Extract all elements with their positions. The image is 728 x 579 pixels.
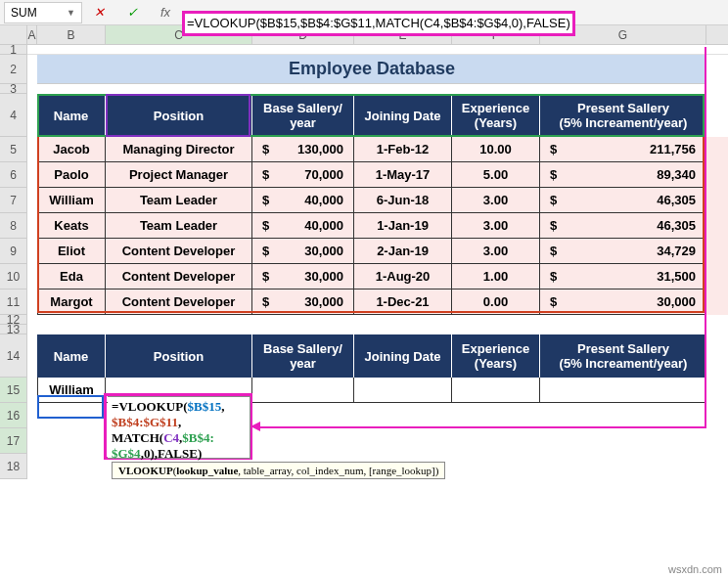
- cell-joining[interactable]: 1-Jan-19: [354, 213, 452, 239]
- cell-joining[interactable]: 1-May-17: [354, 162, 452, 188]
- cell-base[interactable]: $130,000: [252, 137, 354, 162]
- cell-base[interactable]: $30,000: [252, 264, 354, 290]
- row-header-8[interactable]: 8: [0, 213, 27, 239]
- cell-position[interactable]: Content Developer: [106, 264, 252, 290]
- confirm-icon[interactable]: ✓: [121, 2, 143, 23]
- cell-present[interactable]: $34,729: [540, 239, 706, 264]
- cell-position[interactable]: Content Developer: [106, 290, 252, 315]
- th-base: Base Sallery/ year: [252, 94, 354, 137]
- cell-joining[interactable]: 1-Feb-12: [354, 137, 452, 162]
- cancel-icon[interactable]: ✕: [88, 2, 110, 23]
- row-header-17[interactable]: 17: [0, 428, 27, 454]
- cell-present[interactable]: $30,000: [540, 290, 706, 315]
- cell-base[interactable]: $40,000: [252, 188, 354, 213]
- row-header-7[interactable]: 7: [0, 188, 27, 213]
- page-title: Employee Database: [37, 55, 706, 84]
- cell-base[interactable]: $30,000: [252, 239, 354, 264]
- col-header-a[interactable]: A: [27, 25, 37, 44]
- th-present: Present Sallery (5% Increament/year): [540, 94, 706, 137]
- table-row: Margot Content Developer $30,000 1-Dec-2…: [37, 290, 728, 315]
- cell-position[interactable]: Managing Director: [106, 137, 252, 162]
- row-header-15[interactable]: 15: [0, 378, 27, 403]
- th2-name: Name: [37, 334, 106, 378]
- cell-present[interactable]: $46,305: [540, 213, 706, 239]
- formula-bar[interactable]: =VLOOKUP($B$15,$B$4:$G$11,MATCH(C4,$B$4:…: [182, 11, 575, 36]
- cell-base[interactable]: $40,000: [252, 213, 354, 239]
- cell-name[interactable]: Eliot: [37, 239, 106, 264]
- cell-name[interactable]: Margot: [37, 290, 106, 315]
- col-header-b[interactable]: B: [37, 25, 106, 44]
- table-row: Jacob Managing Director $130,000 1-Feb-1…: [37, 137, 728, 162]
- cell-exp[interactable]: 3.00: [452, 239, 540, 264]
- row-header-14[interactable]: 14: [0, 334, 27, 378]
- cell-present[interactable]: $211,756: [540, 137, 706, 162]
- callout-line-v: [705, 47, 706, 428]
- cell-name[interactable]: Keats: [37, 213, 106, 239]
- cell-joining[interactable]: 2-Jan-19: [354, 239, 452, 264]
- row-header-9[interactable]: 9: [0, 239, 27, 264]
- cell-exp[interactable]: 10.00: [452, 137, 540, 162]
- cell-name[interactable]: William: [37, 188, 106, 213]
- callout-arrow: [254, 426, 706, 428]
- row-header-5[interactable]: 5: [0, 137, 27, 162]
- cell-exp[interactable]: 1.00: [452, 264, 540, 290]
- lookup-joining-cell[interactable]: [354, 378, 452, 403]
- row-header-4[interactable]: 4: [0, 94, 27, 137]
- th-exp: Experience (Years): [452, 94, 540, 137]
- cell-exp[interactable]: 3.00: [452, 188, 540, 213]
- cell-joining[interactable]: 1-Aug-20: [354, 264, 452, 290]
- table-row: William Team Leader $40,000 6-Jun-18 3.0…: [37, 188, 728, 213]
- watermark: wsxdn.com: [668, 563, 722, 575]
- formula-text: =VLOOKUP($B$15,$B$4:$G$11,MATCH(C4,$B$4:…: [187, 16, 570, 30]
- cell-exp[interactable]: 3.00: [452, 213, 540, 239]
- th2-present: Present Sallery (5% Increament/year): [540, 334, 706, 378]
- table-row: Eda Content Developer $30,000 1-Aug-20 1…: [37, 264, 728, 290]
- cell-name[interactable]: Paolo: [37, 162, 106, 188]
- formula-input-overlay[interactable]: =VLOOKUP($B$15, $B$4:$G$11, MATCH(C4,$B$…: [108, 396, 250, 459]
- th2-joining: Joining Date: [354, 334, 452, 378]
- lookup-base-cell[interactable]: [252, 378, 354, 403]
- th2-position: Position: [106, 334, 252, 378]
- cell-joining[interactable]: 6-Jun-18: [354, 188, 452, 213]
- table-row: Keats Team Leader $40,000 1-Jan-19 3.00 …: [37, 213, 728, 239]
- row-header-6[interactable]: 6: [0, 162, 27, 188]
- table-row: Eliot Content Developer $30,000 2-Jan-19…: [37, 239, 728, 264]
- function-tooltip: VLOOKUP(lookup_value, table_array, col_i…: [112, 462, 445, 479]
- th-position: Position: [106, 94, 252, 137]
- cell-present[interactable]: $31,500: [540, 264, 706, 290]
- cell-joining[interactable]: 1-Dec-21: [354, 290, 452, 315]
- name-box[interactable]: SUM ▼: [4, 2, 82, 23]
- arrow-head-icon: [250, 422, 260, 431]
- cell-name[interactable]: Eda: [37, 264, 106, 290]
- th-name: Name: [37, 94, 106, 137]
- cell-present[interactable]: $46,305: [540, 188, 706, 213]
- th-joining: Joining Date: [354, 94, 452, 137]
- row-header-11[interactable]: 11: [0, 290, 27, 315]
- cell-present[interactable]: $89,340: [540, 162, 706, 188]
- lookup-present-cell[interactable]: [540, 378, 706, 403]
- row-header-10[interactable]: 10: [0, 264, 27, 290]
- cell-exp[interactable]: 5.00: [452, 162, 540, 188]
- cell-name[interactable]: Jacob: [37, 137, 106, 162]
- table-row: Paolo Project Manager $70,000 1-May-17 5…: [37, 162, 728, 188]
- cell-base[interactable]: $30,000: [252, 290, 354, 315]
- row-header-16[interactable]: 16: [0, 403, 27, 428]
- lookup-exp-cell[interactable]: [452, 378, 540, 403]
- cell-position[interactable]: Project Manager: [106, 162, 252, 188]
- lookup-name-cell[interactable]: William: [37, 378, 106, 403]
- select-all-corner[interactable]: [0, 25, 27, 44]
- cell-exp[interactable]: 0.00: [452, 290, 540, 315]
- row-header-18[interactable]: 18: [0, 454, 27, 479]
- row-header-3[interactable]: 3: [0, 84, 27, 94]
- th2-exp: Experience (Years): [452, 334, 540, 378]
- name-box-value: SUM: [11, 6, 37, 20]
- chevron-down-icon[interactable]: ▼: [67, 8, 75, 18]
- cell-position[interactable]: Team Leader: [106, 188, 252, 213]
- row-header-1[interactable]: 1: [0, 45, 27, 55]
- fx-icon[interactable]: fx: [155, 2, 176, 23]
- row-header-13[interactable]: 13: [0, 325, 27, 334]
- cell-position[interactable]: Content Developer: [106, 239, 252, 264]
- cell-position[interactable]: Team Leader: [106, 213, 252, 239]
- cell-base[interactable]: $70,000: [252, 162, 354, 188]
- row-header-2[interactable]: 2: [0, 55, 27, 84]
